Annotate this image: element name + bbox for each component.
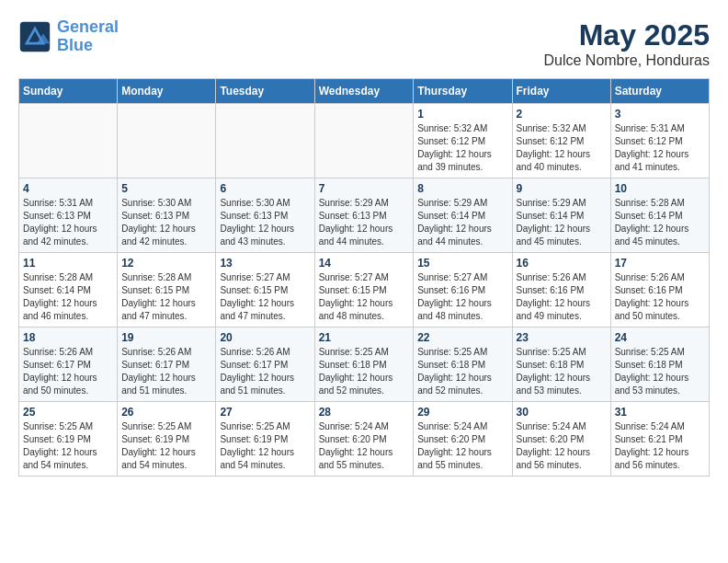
day-info: Sunrise: 5:24 AM Sunset: 6:20 PM Dayligh… bbox=[517, 420, 607, 472]
day-cell: 6Sunrise: 5:30 AM Sunset: 6:13 PM Daylig… bbox=[216, 178, 314, 253]
logo-icon bbox=[18, 20, 51, 53]
day-info: Sunrise: 5:25 AM Sunset: 6:19 PM Dayligh… bbox=[121, 420, 211, 472]
day-info: Sunrise: 5:24 AM Sunset: 6:20 PM Dayligh… bbox=[417, 420, 507, 472]
day-info: Sunrise: 5:30 AM Sunset: 6:13 PM Dayligh… bbox=[220, 197, 310, 248]
day-number: 17 bbox=[615, 257, 705, 270]
day-info: Sunrise: 5:26 AM Sunset: 6:17 PM Dayligh… bbox=[23, 346, 113, 397]
day-number: 5 bbox=[121, 182, 211, 195]
day-number: 23 bbox=[517, 331, 607, 344]
day-number: 9 bbox=[517, 182, 607, 195]
column-header-tuesday: Tuesday bbox=[216, 79, 314, 104]
day-cell: 24Sunrise: 5:25 AM Sunset: 6:18 PM Dayli… bbox=[610, 327, 709, 402]
day-info: Sunrise: 5:26 AM Sunset: 6:16 PM Dayligh… bbox=[517, 271, 607, 323]
day-number: 1 bbox=[417, 108, 507, 121]
day-number: 10 bbox=[615, 182, 705, 195]
day-info: Sunrise: 5:28 AM Sunset: 6:14 PM Dayligh… bbox=[615, 197, 705, 248]
day-number: 25 bbox=[23, 406, 113, 419]
column-header-saturday: Saturday bbox=[610, 79, 709, 104]
day-info: Sunrise: 5:25 AM Sunset: 6:18 PM Dayligh… bbox=[319, 346, 410, 397]
column-header-monday: Monday bbox=[118, 79, 216, 104]
day-cell: 2Sunrise: 5:32 AM Sunset: 6:12 PM Daylig… bbox=[512, 104, 610, 178]
week-row-5: 25Sunrise: 5:25 AM Sunset: 6:19 PM Dayli… bbox=[19, 402, 710, 477]
day-cell: 29Sunrise: 5:24 AM Sunset: 6:20 PM Dayli… bbox=[414, 402, 512, 477]
day-number: 7 bbox=[319, 182, 410, 195]
logo: General Blue bbox=[18, 18, 119, 55]
day-number: 16 bbox=[517, 257, 607, 270]
day-cell: 28Sunrise: 5:24 AM Sunset: 6:20 PM Dayli… bbox=[314, 402, 414, 477]
day-number: 13 bbox=[220, 257, 310, 270]
day-number: 21 bbox=[319, 331, 410, 344]
week-row-2: 4Sunrise: 5:31 AM Sunset: 6:13 PM Daylig… bbox=[19, 178, 710, 253]
day-number: 2 bbox=[517, 108, 607, 121]
day-number: 14 bbox=[319, 257, 410, 270]
day-cell: 21Sunrise: 5:25 AM Sunset: 6:18 PM Dayli… bbox=[314, 327, 414, 402]
day-cell: 19Sunrise: 5:26 AM Sunset: 6:17 PM Dayli… bbox=[118, 327, 216, 402]
day-info: Sunrise: 5:29 AM Sunset: 6:14 PM Dayligh… bbox=[417, 197, 507, 248]
day-number: 15 bbox=[417, 257, 507, 270]
day-info: Sunrise: 5:32 AM Sunset: 6:12 PM Dayligh… bbox=[417, 122, 507, 174]
day-number: 22 bbox=[417, 331, 507, 344]
day-cell: 14Sunrise: 5:27 AM Sunset: 6:15 PM Dayli… bbox=[314, 253, 414, 327]
day-info: Sunrise: 5:25 AM Sunset: 6:18 PM Dayligh… bbox=[417, 346, 507, 397]
day-info: Sunrise: 5:24 AM Sunset: 6:21 PM Dayligh… bbox=[615, 420, 705, 472]
day-cell: 27Sunrise: 5:25 AM Sunset: 6:19 PM Dayli… bbox=[216, 402, 314, 477]
day-number: 29 bbox=[417, 406, 507, 419]
day-info: Sunrise: 5:27 AM Sunset: 6:16 PM Dayligh… bbox=[417, 271, 507, 323]
day-info: Sunrise: 5:26 AM Sunset: 6:16 PM Dayligh… bbox=[615, 271, 705, 323]
day-info: Sunrise: 5:26 AM Sunset: 6:17 PM Dayligh… bbox=[220, 346, 310, 397]
day-number: 18 bbox=[23, 331, 113, 344]
day-cell: 3Sunrise: 5:31 AM Sunset: 6:12 PM Daylig… bbox=[610, 104, 709, 178]
day-cell: 5Sunrise: 5:30 AM Sunset: 6:13 PM Daylig… bbox=[118, 178, 216, 253]
day-cell: 23Sunrise: 5:25 AM Sunset: 6:18 PM Dayli… bbox=[512, 327, 610, 402]
day-info: Sunrise: 5:32 AM Sunset: 6:12 PM Dayligh… bbox=[517, 122, 607, 174]
day-cell bbox=[314, 104, 414, 178]
day-cell: 13Sunrise: 5:27 AM Sunset: 6:15 PM Dayli… bbox=[216, 253, 314, 327]
day-number: 4 bbox=[23, 182, 113, 195]
day-number: 12 bbox=[121, 257, 211, 270]
column-header-friday: Friday bbox=[512, 79, 610, 104]
day-number: 19 bbox=[121, 331, 211, 344]
column-header-thursday: Thursday bbox=[414, 79, 512, 104]
day-cell: 18Sunrise: 5:26 AM Sunset: 6:17 PM Dayli… bbox=[19, 327, 118, 402]
page-header: General Blue May 2025 Dulce Nombre, Hond… bbox=[18, 18, 710, 69]
day-info: Sunrise: 5:25 AM Sunset: 6:18 PM Dayligh… bbox=[517, 346, 607, 397]
day-cell: 8Sunrise: 5:29 AM Sunset: 6:14 PM Daylig… bbox=[414, 178, 512, 253]
day-cell bbox=[216, 104, 314, 178]
calendar-header-row: SundayMondayTuesdayWednesdayThursdayFrid… bbox=[19, 79, 710, 104]
day-cell bbox=[19, 104, 118, 178]
logo-text: General Blue bbox=[57, 18, 119, 55]
main-title: May 2025 bbox=[543, 18, 710, 52]
day-cell: 16Sunrise: 5:26 AM Sunset: 6:16 PM Dayli… bbox=[512, 253, 610, 327]
day-cell: 12Sunrise: 5:28 AM Sunset: 6:15 PM Dayli… bbox=[118, 253, 216, 327]
day-number: 20 bbox=[220, 331, 310, 344]
day-cell: 10Sunrise: 5:28 AM Sunset: 6:14 PM Dayli… bbox=[610, 178, 709, 253]
day-info: Sunrise: 5:28 AM Sunset: 6:14 PM Dayligh… bbox=[23, 271, 113, 323]
day-cell: 22Sunrise: 5:25 AM Sunset: 6:18 PM Dayli… bbox=[414, 327, 512, 402]
day-cell: 17Sunrise: 5:26 AM Sunset: 6:16 PM Dayli… bbox=[610, 253, 709, 327]
day-cell: 1Sunrise: 5:32 AM Sunset: 6:12 PM Daylig… bbox=[414, 104, 512, 178]
day-info: Sunrise: 5:25 AM Sunset: 6:18 PM Dayligh… bbox=[615, 346, 705, 397]
calendar-table: SundayMondayTuesdayWednesdayThursdayFrid… bbox=[18, 78, 710, 477]
title-block: May 2025 Dulce Nombre, Honduras bbox=[543, 18, 710, 69]
day-number: 28 bbox=[319, 406, 410, 419]
day-number: 11 bbox=[23, 257, 113, 270]
day-info: Sunrise: 5:31 AM Sunset: 6:12 PM Dayligh… bbox=[615, 122, 705, 174]
day-cell: 9Sunrise: 5:29 AM Sunset: 6:14 PM Daylig… bbox=[512, 178, 610, 253]
day-info: Sunrise: 5:26 AM Sunset: 6:17 PM Dayligh… bbox=[121, 346, 211, 397]
subtitle: Dulce Nombre, Honduras bbox=[543, 52, 710, 69]
day-info: Sunrise: 5:31 AM Sunset: 6:13 PM Dayligh… bbox=[23, 197, 113, 248]
day-info: Sunrise: 5:25 AM Sunset: 6:19 PM Dayligh… bbox=[220, 420, 310, 472]
logo-line2: Blue bbox=[57, 36, 93, 54]
day-cell: 25Sunrise: 5:25 AM Sunset: 6:19 PM Dayli… bbox=[19, 402, 118, 477]
day-number: 6 bbox=[220, 182, 310, 195]
day-cell bbox=[118, 104, 216, 178]
day-info: Sunrise: 5:24 AM Sunset: 6:20 PM Dayligh… bbox=[319, 420, 410, 472]
day-info: Sunrise: 5:28 AM Sunset: 6:15 PM Dayligh… bbox=[121, 271, 211, 323]
week-row-3: 11Sunrise: 5:28 AM Sunset: 6:14 PM Dayli… bbox=[19, 253, 710, 327]
day-cell: 31Sunrise: 5:24 AM Sunset: 6:21 PM Dayli… bbox=[610, 402, 709, 477]
calendar-body: 1Sunrise: 5:32 AM Sunset: 6:12 PM Daylig… bbox=[19, 104, 710, 477]
day-info: Sunrise: 5:27 AM Sunset: 6:15 PM Dayligh… bbox=[220, 271, 310, 323]
day-info: Sunrise: 5:27 AM Sunset: 6:15 PM Dayligh… bbox=[319, 271, 410, 323]
day-cell: 15Sunrise: 5:27 AM Sunset: 6:16 PM Dayli… bbox=[414, 253, 512, 327]
day-cell: 7Sunrise: 5:29 AM Sunset: 6:13 PM Daylig… bbox=[314, 178, 414, 253]
